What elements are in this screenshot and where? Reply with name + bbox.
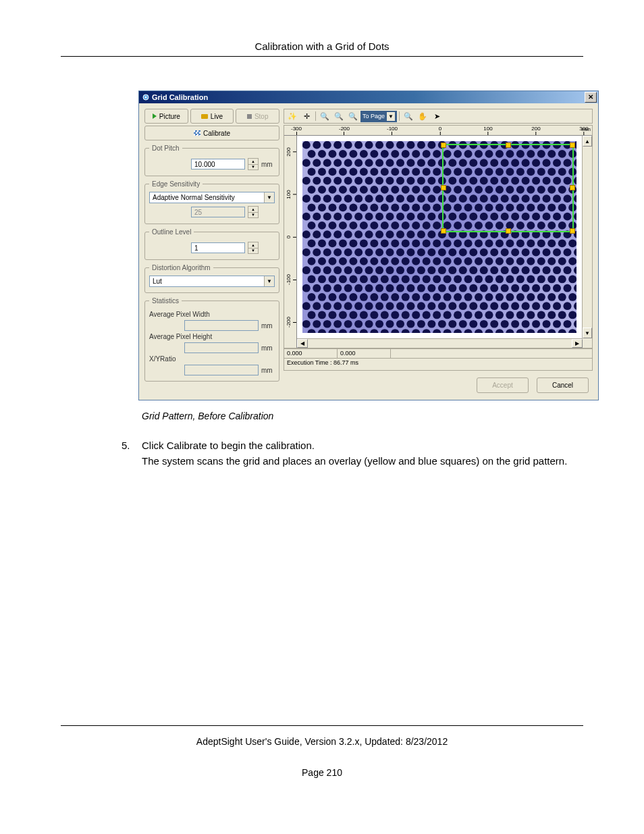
picture-button[interactable]: Picture: [144, 109, 188, 124]
accept-button[interactable]: Accept: [477, 377, 529, 393]
edge-mode-combo[interactable]: Adaptive Normal Sensitivity ▼: [149, 192, 275, 203]
svg-point-216: [495, 204, 504, 212]
outline-input[interactable]: [191, 242, 245, 253]
svg-point-571: [396, 320, 404, 328]
svg-point-481: [339, 293, 347, 301]
svg-point-545: [423, 311, 431, 319]
ruler-h-unit: mm: [582, 126, 591, 132]
svg-point-242: [469, 213, 477, 221]
svg-point-49: [506, 150, 514, 158]
wand-tool-icon[interactable]: ✨: [286, 110, 299, 122]
svg-point-551: [485, 311, 493, 319]
svg-point-376: [412, 257, 420, 265]
svg-point-279: [568, 221, 576, 230]
svg-point-318: [391, 240, 399, 248]
live-button[interactable]: Live: [190, 109, 234, 124]
scrollbar-horizontal[interactable]: ◀ ▶: [297, 338, 583, 348]
svg-point-567: [354, 320, 363, 328]
svg-point-99: [444, 168, 452, 176]
cancel-button[interactable]: Cancel: [537, 377, 589, 393]
svg-point-467: [480, 284, 488, 292]
svg-point-181: [417, 194, 425, 203]
svg-point-519: [438, 302, 446, 310]
svg-point-62: [344, 159, 352, 167]
svg-point-72: [448, 159, 456, 167]
svg-point-79: [522, 159, 530, 167]
outline-spinner[interactable]: ▲▼: [248, 242, 259, 254]
svg-point-474: [553, 284, 561, 292]
stop-label: Stop: [254, 113, 269, 120]
svg-point-583: [522, 320, 530, 328]
svg-point-237: [417, 213, 425, 221]
dot-pitch-spinner[interactable]: ▲▼: [248, 158, 259, 170]
svg-point-219: [527, 204, 535, 212]
svg-point-599: [402, 329, 410, 333]
zoom-fit-icon[interactable]: 🔍: [346, 110, 360, 122]
svg-point-610: [516, 329, 525, 333]
zoom-page-combo[interactable]: To Page ▼: [360, 111, 397, 122]
scroll-down-icon[interactable]: ▼: [583, 328, 592, 338]
svg-point-11: [396, 141, 404, 149]
svg-point-614: [558, 329, 566, 333]
svg-point-402: [386, 266, 394, 274]
svg-point-555: [527, 311, 535, 319]
svg-point-544: [412, 311, 420, 319]
stop-button[interactable]: Stop: [236, 109, 279, 124]
scroll-right-icon[interactable]: ▶: [572, 339, 583, 348]
svg-point-604: [454, 329, 462, 333]
pointer-tool-icon[interactable]: ➤: [430, 110, 444, 122]
dot-pitch-input[interactable]: [191, 159, 245, 170]
svg-point-442: [516, 276, 525, 284]
zoom-out-icon[interactable]: 🔍: [332, 110, 346, 122]
svg-point-550: [475, 311, 483, 319]
scroll-left-icon[interactable]: ◀: [297, 339, 308, 348]
svg-point-221: [547, 204, 556, 212]
calibrate-button[interactable]: Calibrate: [144, 126, 279, 140]
svg-point-155: [444, 186, 452, 194]
svg-point-247: [522, 213, 530, 221]
crosshair-tool-icon[interactable]: ✛: [300, 110, 313, 122]
svg-point-363: [563, 249, 571, 257]
svg-point-605: [464, 329, 473, 333]
scrollbar-vertical[interactable]: ▲ ▼: [582, 136, 592, 338]
distortion-combo[interactable]: Lut ▼: [149, 276, 275, 287]
svg-point-235: [396, 213, 404, 221]
footer-rule: [61, 725, 583, 726]
svg-point-298: [469, 230, 477, 238]
svg-point-539: [360, 311, 368, 319]
svg-point-367: [318, 257, 326, 265]
image-canvas[interactable]: [297, 136, 582, 338]
svg-point-556: [537, 311, 545, 319]
svg-point-327: [485, 240, 493, 248]
zoom-in-icon[interactable]: 🔍: [318, 110, 331, 122]
svg-point-487: [402, 293, 410, 301]
svg-point-344: [365, 249, 373, 257]
svg-point-71: [438, 159, 446, 167]
svg-point-3: [313, 141, 321, 149]
svg-point-33: [339, 150, 347, 158]
svg-point-95: [402, 168, 410, 176]
svg-point-105: [506, 168, 514, 176]
scroll-up-icon[interactable]: ▲: [583, 136, 592, 147]
svg-point-270: [475, 221, 483, 230]
svg-point-397: [333, 266, 342, 274]
svg-point-300: [490, 230, 498, 238]
footer-text: AdeptSight User's Guide, Version 3.2.x, …: [61, 736, 583, 747]
svg-point-257: [339, 221, 347, 230]
figure-caption: Grid Pattern, Before Calibration: [142, 411, 583, 421]
svg-point-192: [532, 194, 540, 203]
edge-spinner[interactable]: ▲▼: [248, 206, 259, 218]
svg-point-601: [423, 329, 431, 333]
svg-point-581: [501, 320, 509, 328]
hand-tool-icon[interactable]: ✋: [416, 110, 429, 122]
svg-point-347: [396, 249, 404, 257]
svg-point-457: [375, 284, 383, 292]
zoom-icon[interactable]: 🔍: [402, 110, 415, 122]
svg-point-187: [480, 194, 488, 203]
svg-point-361: [543, 249, 551, 257]
svg-point-455: [354, 284, 363, 292]
calibrate-label: Calibrate: [203, 130, 230, 137]
svg-point-593: [339, 329, 347, 333]
close-button[interactable]: ✕: [585, 92, 597, 103]
svg-point-483: [360, 293, 368, 301]
